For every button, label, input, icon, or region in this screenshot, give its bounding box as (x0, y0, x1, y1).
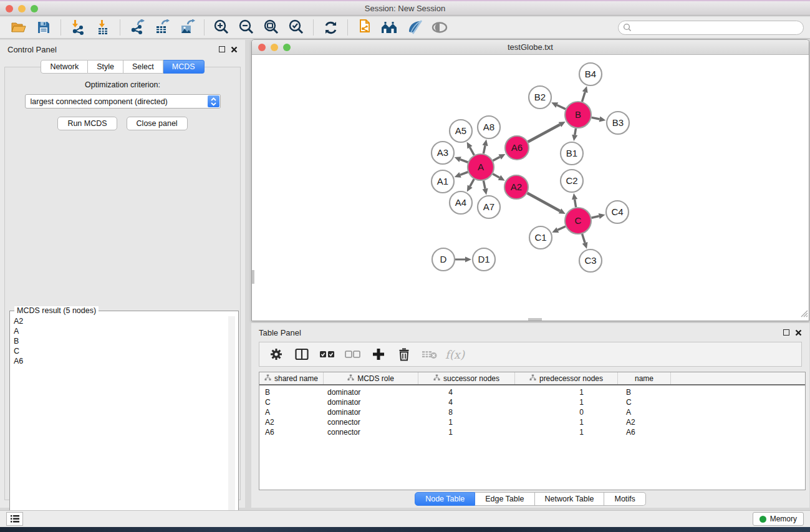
node-label-C4: C4 (611, 206, 623, 217)
zoom-selected-icon[interactable] (284, 18, 309, 37)
tab-network[interactable]: Network (41, 60, 88, 74)
save-session-icon[interactable] (31, 18, 56, 37)
zoom-fit-icon[interactable] (259, 18, 284, 37)
node-label-A: A (478, 162, 484, 172)
apply-layout-icon[interactable] (318, 18, 343, 37)
optimization-criterion-label: Optimization criterion: (5, 80, 240, 89)
window-title: Session: New Session (0, 4, 810, 13)
result-item[interactable]: A2 (14, 316, 234, 326)
table-row[interactable]: Bdominator41B (259, 387, 805, 397)
table-cell: dominator (324, 398, 418, 407)
delete-column-icon[interactable] (392, 344, 415, 364)
table-row[interactable]: Adominator80A (259, 407, 805, 417)
application-window: Session: New Session (0, 0, 810, 532)
edge-A-A8[interactable] (483, 145, 485, 153)
edge-B-B1[interactable] (575, 128, 576, 135)
result-item[interactable]: C (14, 346, 234, 356)
float-panel-icon[interactable] (219, 46, 225, 52)
edge-C-C2[interactable] (575, 200, 576, 208)
search-input[interactable] (618, 21, 804, 35)
first-neighbors-icon[interactable] (377, 18, 402, 37)
import-network-icon[interactable] (65, 18, 90, 37)
edge-B-B3[interactable] (592, 117, 600, 119)
column-header-MCDS-role[interactable]: MCDS role (324, 372, 418, 384)
column-header-name[interactable]: name (618, 372, 671, 384)
close-network-window-button[interactable] (258, 44, 266, 51)
minimize-window-button[interactable] (18, 5, 26, 12)
tab-node-table[interactable]: Node Table (415, 492, 475, 506)
table-cell: 4 (418, 398, 515, 407)
tab-edge-table[interactable]: Edge Table (475, 492, 534, 506)
close-panel-icon[interactable] (231, 46, 238, 53)
edge-arrowhead (455, 157, 461, 162)
settings-icon[interactable] (264, 344, 287, 364)
splitter-handle[interactable] (528, 318, 542, 321)
tab-network-table[interactable]: Network Table (535, 492, 605, 506)
edge-A2-C[interactable] (528, 193, 560, 211)
memory-button[interactable]: Memory (753, 512, 804, 526)
delete-table-icon[interactable] (418, 344, 441, 364)
edge-A-A2[interactable] (493, 174, 499, 178)
edge-arrowhead (599, 117, 606, 122)
criterion-select[interactable]: largest connected component (directed) (25, 94, 221, 109)
split-view-icon[interactable] (290, 344, 313, 364)
run-mcds-button[interactable]: Run MCDS (57, 117, 117, 130)
table-row[interactable]: Cdominator41C (259, 397, 805, 407)
edge-C-C3[interactable] (582, 234, 585, 243)
edge-C-C4[interactable] (591, 216, 599, 218)
edge-B-B4[interactable] (582, 92, 585, 102)
network-canvas[interactable]: B4B2BB3A5A8A6A3B1AA1C2A2A4A7C4CC1C3DD1 (252, 55, 809, 321)
result-item[interactable]: A6 (14, 356, 234, 366)
table-panel-title: Table Panel (259, 328, 301, 337)
minimize-network-window-button[interactable] (271, 44, 278, 51)
zoom-in-icon[interactable] (209, 18, 234, 37)
network-graph[interactable]: B4B2BB3A5A8A6A3B1AA1C2A2A4A7C4CC1C3DD1 (252, 55, 809, 321)
open-session-icon[interactable] (6, 18, 31, 37)
edge-A6-B[interactable] (528, 125, 560, 142)
zoom-window-button[interactable] (31, 5, 38, 12)
result-item[interactable]: A (14, 326, 234, 336)
show-hide-graphics-icon[interactable] (427, 18, 452, 37)
resize-grip[interactable] (800, 309, 808, 320)
tab-select[interactable]: Select (123, 60, 163, 74)
export-table-icon[interactable] (150, 18, 175, 37)
edge-A-A1[interactable] (460, 172, 468, 175)
add-column-icon[interactable] (367, 344, 390, 364)
close-panel-icon[interactable] (795, 329, 802, 336)
splitter-handle[interactable] (252, 270, 254, 284)
column-header-shared-name[interactable]: shared name (259, 372, 324, 384)
edge-A-A6[interactable] (493, 157, 499, 161)
function-icon[interactable]: f(x) (443, 344, 466, 364)
table-cell: C (259, 398, 324, 407)
show-panels-list-icon[interactable] (6, 512, 23, 526)
column-header-predecessor-nodes[interactable]: predecessor nodes (515, 372, 618, 384)
tab-style[interactable]: Style (88, 60, 123, 74)
zoom-network-window-button[interactable] (283, 44, 291, 51)
float-panel-icon[interactable] (783, 329, 789, 336)
export-image-icon[interactable] (175, 18, 200, 37)
close-window-button[interactable] (6, 5, 13, 12)
export-network-icon[interactable] (125, 18, 150, 37)
result-item[interactable]: B (14, 336, 234, 346)
edge-C-C1[interactable] (557, 226, 566, 230)
edge-A-A7[interactable] (483, 181, 485, 189)
table-row[interactable]: A6connector11A6 (259, 427, 805, 437)
tab-motifs[interactable]: Motifs (604, 492, 645, 506)
edge-A-A3[interactable] (460, 160, 468, 163)
table-row[interactable]: A2connector11A2 (259, 417, 805, 427)
result-scrollbar[interactable] (228, 316, 235, 516)
edge-A-A4[interactable] (470, 179, 475, 186)
edge-B-B2[interactable] (557, 105, 566, 109)
edge-A-A5[interactable] (470, 147, 474, 155)
style-icon[interactable] (402, 18, 427, 37)
import-table-icon[interactable] (90, 18, 115, 37)
mcds-result-list[interactable]: A2ABCA6 (10, 311, 238, 517)
deselect-all-icon[interactable] (341, 344, 364, 364)
select-all-icon[interactable] (316, 344, 339, 364)
close-panel-button[interactable]: Close panel (127, 117, 188, 130)
node-table[interactable]: shared nameMCDS rolesuccessor nodesprede… (259, 372, 806, 490)
new-network-icon[interactable] (352, 18, 377, 37)
zoom-out-icon[interactable] (234, 18, 259, 37)
column-header-successor-nodes[interactable]: successor nodes (418, 372, 515, 384)
tab-mcds[interactable]: MCDS (163, 60, 205, 74)
